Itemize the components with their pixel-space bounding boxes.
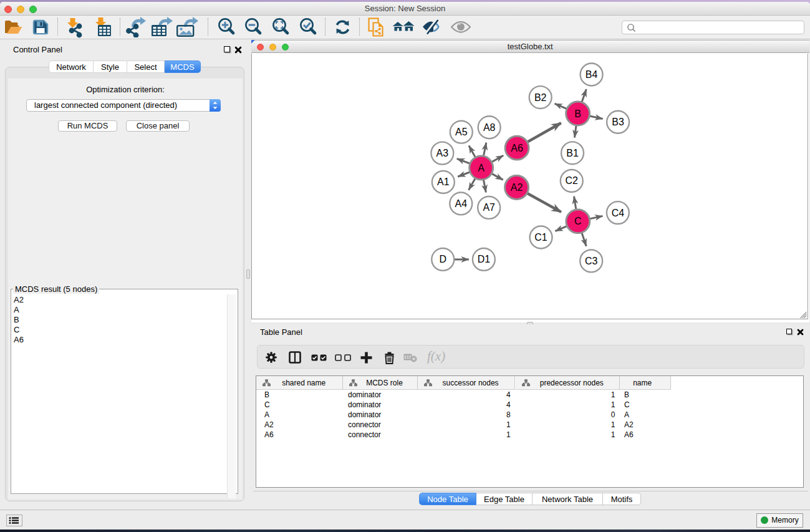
svg-text:D1: D1	[478, 254, 491, 264]
svg-text:C: C	[574, 216, 582, 226]
svg-text:A4: A4	[455, 198, 468, 209]
svg-text:A: A	[478, 163, 485, 173]
svg-text:A5: A5	[455, 127, 468, 137]
svg-text:B2: B2	[534, 92, 547, 103]
svg-text:A8: A8	[483, 122, 496, 133]
svg-text:A6: A6	[511, 143, 523, 153]
svg-text:D: D	[439, 254, 446, 264]
svg-text:B: B	[574, 109, 581, 119]
svg-text:C4: C4	[612, 208, 625, 218]
svg-text:A3: A3	[436, 148, 449, 158]
svg-text:C1: C1	[534, 232, 547, 243]
svg-text:A2: A2	[511, 182, 523, 193]
svg-text:C2: C2	[566, 176, 579, 186]
svg-text:A1: A1	[437, 177, 450, 188]
svg-text:C3: C3	[585, 256, 598, 266]
svg-text:B4: B4	[586, 69, 598, 80]
svg-text:A7: A7	[483, 202, 495, 213]
svg-text:B1: B1	[566, 148, 579, 158]
svg-text:B3: B3	[612, 117, 624, 127]
